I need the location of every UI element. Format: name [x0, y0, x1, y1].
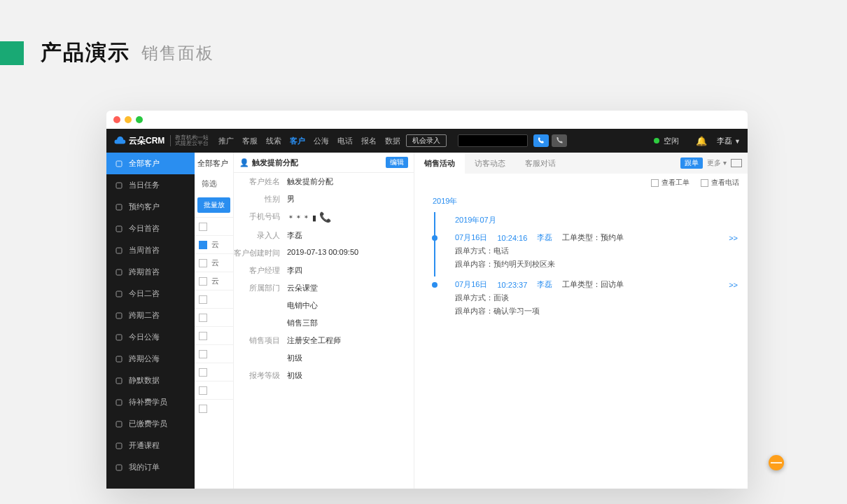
follow-button[interactable]: 跟单 [680, 158, 703, 169]
row-checkbox[interactable] [199, 386, 207, 395]
opportunity-button[interactable]: 机会录入 [406, 134, 447, 147]
list-row[interactable] [195, 308, 233, 326]
popout-icon[interactable] [731, 159, 742, 167]
bell-icon[interactable]: 🔔 [696, 136, 707, 146]
list-row[interactable]: 云 [195, 253, 233, 272]
money-icon [115, 420, 123, 428]
list-row[interactable] [195, 363, 233, 381]
list-title: 全部客户 [195, 153, 233, 174]
list-row[interactable] [195, 344, 233, 363]
nav-报名[interactable]: 报名 [361, 136, 377, 146]
page-header: 产品演示 销售面板 [0, 38, 214, 67]
sidebar-item-开通课程[interactable]: 开通课程 [106, 435, 195, 456]
field-value: 销售三部 [287, 318, 407, 328]
minimize-icon[interactable] [125, 116, 132, 123]
filter-label[interactable]: 筛选 [195, 174, 233, 193]
list-row[interactable]: 云 [195, 272, 233, 290]
sidebar-item-label: 当周首咨 [129, 245, 160, 255]
bulk-release-button[interactable]: 批量放 [197, 197, 230, 213]
row-checkbox[interactable] [199, 259, 207, 267]
close-icon[interactable] [113, 116, 120, 123]
row-checkbox[interactable] [199, 314, 207, 322]
detail-field: 性别男 [234, 190, 414, 208]
search-input[interactable] [458, 134, 528, 147]
detail-field: 客户创建时间2019-07-13 00:09:50 [234, 244, 414, 262]
filter-ticket[interactable]: 查看工单 [651, 178, 690, 188]
header-right: 🔔 李磊 ▼ [696, 136, 741, 146]
row-checkbox[interactable] [199, 295, 207, 304]
sidebar-item-预约客户[interactable]: 预约客户 [106, 196, 195, 218]
field-label: 所属部门 [234, 283, 287, 293]
list-row[interactable] [195, 381, 233, 399]
detail-field: 初级 [234, 349, 414, 367]
tab-访客动态[interactable]: 访客动态 [465, 153, 515, 174]
svg-rect-10 [116, 378, 122, 384]
more-button[interactable]: 更多 ▾ [707, 158, 727, 168]
tab-销售活动[interactable]: 销售活动 [414, 153, 465, 174]
nav-公海[interactable]: 公海 [314, 136, 329, 146]
row-checkbox[interactable] [199, 223, 207, 231]
field-value: 触发提前分配 [287, 176, 407, 187]
row-checkbox[interactable] [199, 350, 207, 358]
person-icon: 👤 [239, 158, 249, 167]
row-text: 云 [211, 258, 219, 268]
nav-推广[interactable]: 推广 [218, 136, 234, 146]
sidebar-item-已缴费学员[interactable]: 已缴费学员 [106, 413, 195, 435]
sidebar-item-待补费学员[interactable]: 待补费学员 [106, 391, 195, 413]
nav-客服[interactable]: 客服 [242, 136, 258, 146]
sidebar-item-跨期二咨[interactable]: 跨期二咨 [106, 304, 195, 326]
expand-button[interactable]: >> [729, 234, 738, 242]
detail-title: 触发提前分配 [252, 158, 298, 168]
loop-icon [115, 355, 123, 363]
row-checkbox[interactable] [199, 405, 207, 413]
row-checkbox[interactable] [199, 368, 207, 377]
list-row[interactable]: 云 [195, 235, 233, 253]
check-icon [115, 181, 123, 190]
status-text: 空闲 [664, 136, 679, 146]
sidebar-item-当日任务[interactable]: 当日任务 [106, 174, 195, 196]
maximize-icon[interactable] [136, 116, 143, 123]
nav-客户[interactable]: 客户 [290, 136, 305, 146]
expand-button[interactable]: >> [729, 281, 738, 289]
list-row[interactable] [195, 326, 233, 344]
loop-icon [115, 312, 123, 320]
nav-数据[interactable]: 数据 [385, 136, 400, 146]
edit-button[interactable]: 编辑 [386, 157, 408, 168]
sidebar-item-当周首咨[interactable]: 当周首咨 [106, 239, 195, 261]
field-value: 初级 [287, 353, 407, 363]
detail-field: 手机号码＊＊＊ ▮ 📞 [234, 208, 414, 227]
sidebar-item-今日公海[interactable]: 今日公海 [106, 326, 195, 348]
sidebar-item-今日首咨[interactable]: 今日首咨 [106, 218, 195, 239]
sidebar-item-跨期首咨[interactable]: 跨期首咨 [106, 261, 195, 283]
svg-rect-12 [116, 421, 122, 427]
app-header: 云朵CRM 教育机构一站式提差云平台 推广客服线索客户公海电话报名数据 机会录入… [106, 129, 748, 153]
user-menu[interactable]: 李磊 ▼ [717, 136, 741, 146]
sidebar-item-今日二咨[interactable]: 今日二咨 [106, 283, 195, 304]
list-row[interactable] [195, 217, 233, 235]
detail-field: 销售项目注册安全工程师 [234, 332, 414, 349]
fab-button[interactable]: — [769, 455, 784, 470]
sidebar-item-label: 当日任务 [129, 180, 160, 190]
row-checkbox[interactable] [199, 277, 207, 286]
nav-线索[interactable]: 线索 [266, 136, 281, 146]
row-checkbox[interactable] [199, 241, 207, 249]
sidebar-item-我的订单[interactable]: 我的订单 [106, 456, 195, 478]
sidebar-item-静默数据[interactable]: 静默数据 [106, 370, 195, 391]
phone-pickup-icon[interactable] [533, 134, 549, 147]
row-text: 云 [211, 239, 219, 250]
tab-客服对话[interactable]: 客服对话 [515, 153, 566, 174]
phone-hangup-icon[interactable] [552, 134, 567, 147]
sidebar-item-全部客户[interactable]: 全部客户 [106, 153, 195, 174]
filter-call[interactable]: 查看电话 [701, 178, 739, 188]
phone-icon[interactable]: 📞 [316, 211, 331, 223]
sidebar-item-label: 跨期首咨 [129, 267, 160, 277]
field-value: 云朵课堂 [287, 283, 407, 293]
list-row[interactable] [195, 290, 233, 308]
nav-电话[interactable]: 电话 [337, 136, 353, 146]
row-checkbox[interactable] [199, 332, 207, 340]
sidebar-item-跨期公海[interactable]: 跨期公海 [106, 348, 195, 370]
sidebar-item-label: 跨期公海 [129, 354, 160, 364]
timeline-item: 07月16日10:23:37李磊工单类型：回访单>>跟单方式：面谈跟单内容：确认… [434, 276, 738, 323]
list-row[interactable] [195, 399, 233, 417]
brand-name: 云朵CRM [129, 135, 164, 147]
